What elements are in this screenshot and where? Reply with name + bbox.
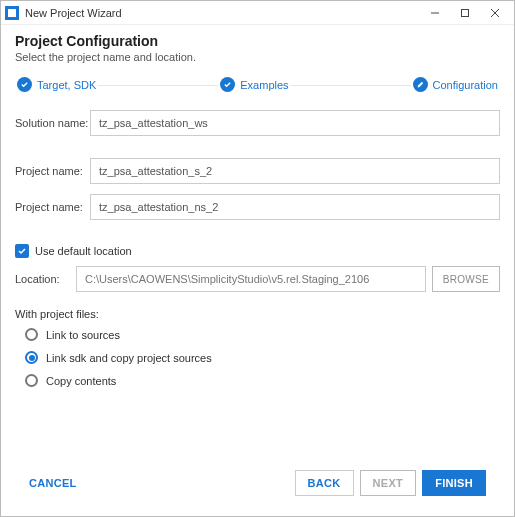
pencil-icon xyxy=(413,77,428,92)
radio-checked-icon xyxy=(25,351,38,364)
svg-rect-2 xyxy=(462,9,469,16)
wizard-window: New Project Wizard Project Configuration… xyxy=(0,0,515,517)
radio-link-sources[interactable]: Link to sources xyxy=(25,328,500,341)
footer: CANCEL BACK NEXT FINISH xyxy=(15,460,500,506)
app-icon xyxy=(5,6,19,20)
checkbox-checked-icon xyxy=(15,244,29,258)
project-name-label-2: Project name: xyxy=(15,201,90,213)
form: Solution name: Project name: Project nam… xyxy=(15,110,500,387)
location-row: Location: BROWSE xyxy=(15,266,500,292)
back-button[interactable]: BACK xyxy=(295,470,354,496)
radio-label: Link to sources xyxy=(46,329,120,341)
browse-button[interactable]: BROWSE xyxy=(432,266,500,292)
project-name-row-2: Project name: xyxy=(15,194,500,220)
step-label: Target, SDK xyxy=(37,79,96,91)
radio-link-sdk-copy[interactable]: Link sdk and copy project sources xyxy=(25,351,500,364)
solution-name-row: Solution name: xyxy=(15,110,500,136)
step-examples[interactable]: Examples xyxy=(218,77,290,92)
content-area: Project Configuration Select the project… xyxy=(1,25,514,516)
step-label: Configuration xyxy=(433,79,498,91)
minimize-button[interactable] xyxy=(420,2,450,24)
next-button[interactable]: NEXT xyxy=(360,470,417,496)
solution-name-label: Solution name: xyxy=(15,117,90,129)
footer-buttons: BACK NEXT FINISH xyxy=(295,470,486,496)
location-input xyxy=(76,266,426,292)
project-files-radio-group: Link to sources Link sdk and copy projec… xyxy=(15,328,500,387)
window-controls xyxy=(420,2,510,24)
radio-unchecked-icon xyxy=(25,328,38,341)
finish-button[interactable]: FINISH xyxy=(422,470,486,496)
use-default-location-checkbox[interactable]: Use default location xyxy=(15,244,500,258)
project-files-label: With project files: xyxy=(15,308,500,320)
step-configuration[interactable]: Configuration xyxy=(411,77,500,92)
solution-name-input[interactable] xyxy=(90,110,500,136)
radio-unchecked-icon xyxy=(25,374,38,387)
cancel-button[interactable]: CANCEL xyxy=(29,477,77,489)
project-name-row-1: Project name: xyxy=(15,158,500,184)
project-name-label-1: Project name: xyxy=(15,165,90,177)
step-label: Examples xyxy=(240,79,288,91)
wizard-stepper: Target, SDK Examples Configuration xyxy=(15,77,500,92)
use-default-location-label: Use default location xyxy=(35,245,132,257)
project-name-input-2[interactable] xyxy=(90,194,500,220)
window-title: New Project Wizard xyxy=(25,7,420,19)
page-subtitle: Select the project name and location. xyxy=(15,51,500,63)
titlebar: New Project Wizard xyxy=(1,1,514,25)
maximize-button[interactable] xyxy=(450,2,480,24)
project-name-input-1[interactable] xyxy=(90,158,500,184)
step-target-sdk[interactable]: Target, SDK xyxy=(15,77,98,92)
close-button[interactable] xyxy=(480,2,510,24)
svg-rect-0 xyxy=(8,9,16,17)
check-icon xyxy=(220,77,235,92)
location-label: Location: xyxy=(15,273,70,285)
check-icon xyxy=(17,77,32,92)
radio-copy-contents[interactable]: Copy contents xyxy=(25,374,500,387)
page-title: Project Configuration xyxy=(15,33,500,49)
radio-label: Copy contents xyxy=(46,375,116,387)
radio-label: Link sdk and copy project sources xyxy=(46,352,212,364)
